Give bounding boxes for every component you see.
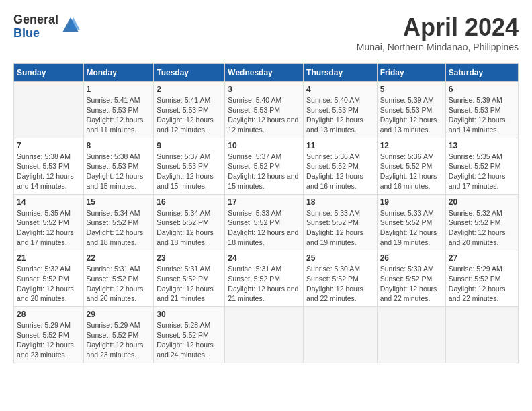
- logo-icon: [61, 16, 80, 35]
- location: Munai, Northern Mindanao, Philippines: [357, 42, 519, 52]
- day-number: 30: [157, 310, 222, 319]
- day-cell: [14, 82, 84, 138]
- day-number: 28: [17, 310, 81, 319]
- day-info: Sunrise: 5:31 AMSunset: 5:52 PMDaylight:…: [157, 264, 222, 304]
- day-cell: 23Sunrise: 5:31 AMSunset: 5:52 PMDayligh…: [154, 250, 225, 307]
- day-cell: 29Sunrise: 5:29 AMSunset: 5:52 PMDayligh…: [83, 307, 154, 363]
- day-cell: 12Sunrise: 5:36 AMSunset: 5:52 PMDayligh…: [377, 138, 445, 194]
- header-tuesday: Tuesday: [154, 64, 225, 82]
- header-row: SundayMondayTuesdayWednesdayThursdayFrid…: [14, 64, 519, 82]
- day-number: 29: [87, 310, 151, 319]
- day-info: Sunrise: 5:29 AMSunset: 5:52 PMDaylight:…: [449, 264, 515, 304]
- day-cell: 28Sunrise: 5:29 AMSunset: 5:52 PMDayligh…: [14, 307, 84, 363]
- day-cell: 21Sunrise: 5:32 AMSunset: 5:52 PMDayligh…: [14, 250, 84, 307]
- logo-general: General: [13, 13, 58, 27]
- day-info: Sunrise: 5:37 AMSunset: 5:52 PMDaylight:…: [228, 152, 300, 191]
- week-row-0: 1Sunrise: 5:41 AMSunset: 5:53 PMDaylight…: [14, 82, 519, 138]
- day-cell: 15Sunrise: 5:34 AMSunset: 5:52 PMDayligh…: [83, 194, 154, 250]
- day-cell: 30Sunrise: 5:28 AMSunset: 5:52 PMDayligh…: [154, 307, 225, 363]
- day-number: 13: [449, 141, 515, 150]
- day-info: Sunrise: 5:34 AMSunset: 5:52 PMDaylight:…: [157, 208, 222, 248]
- header-thursday: Thursday: [304, 64, 378, 82]
- day-info: Sunrise: 5:36 AMSunset: 5:52 PMDaylight:…: [380, 152, 443, 191]
- week-row-3: 21Sunrise: 5:32 AMSunset: 5:52 PMDayligh…: [14, 250, 519, 307]
- day-cell: 27Sunrise: 5:29 AMSunset: 5:52 PMDayligh…: [445, 250, 518, 307]
- day-info: Sunrise: 5:34 AMSunset: 5:52 PMDaylight:…: [87, 208, 151, 248]
- day-cell: 25Sunrise: 5:30 AMSunset: 5:52 PMDayligh…: [304, 250, 378, 307]
- day-cell: 19Sunrise: 5:33 AMSunset: 5:52 PMDayligh…: [377, 194, 445, 250]
- day-cell: [377, 307, 445, 363]
- day-info: Sunrise: 5:36 AMSunset: 5:52 PMDaylight:…: [306, 152, 374, 191]
- day-cell: 17Sunrise: 5:33 AMSunset: 5:52 PMDayligh…: [225, 194, 304, 250]
- day-info: Sunrise: 5:32 AMSunset: 5:52 PMDaylight:…: [17, 264, 81, 304]
- day-info: Sunrise: 5:30 AMSunset: 5:52 PMDaylight:…: [306, 264, 374, 304]
- day-number: 17: [228, 197, 300, 207]
- day-number: 22: [87, 253, 151, 263]
- day-cell: 22Sunrise: 5:31 AMSunset: 5:52 PMDayligh…: [83, 250, 154, 307]
- week-row-2: 14Sunrise: 5:35 AMSunset: 5:52 PMDayligh…: [14, 194, 519, 250]
- day-cell: 14Sunrise: 5:35 AMSunset: 5:52 PMDayligh…: [14, 194, 84, 250]
- day-cell: 16Sunrise: 5:34 AMSunset: 5:52 PMDayligh…: [154, 194, 225, 250]
- day-info: Sunrise: 5:39 AMSunset: 5:53 PMDaylight:…: [380, 95, 443, 135]
- day-cell: 1Sunrise: 5:41 AMSunset: 5:53 PMDaylight…: [83, 82, 154, 138]
- day-cell: 24Sunrise: 5:31 AMSunset: 5:52 PMDayligh…: [225, 250, 304, 307]
- logo-blue: Blue: [13, 27, 58, 40]
- day-cell: 2Sunrise: 5:41 AMSunset: 5:53 PMDaylight…: [154, 82, 225, 138]
- day-number: 11: [306, 141, 374, 150]
- day-number: 7: [17, 141, 81, 150]
- day-cell: 8Sunrise: 5:38 AMSunset: 5:53 PMDaylight…: [83, 138, 154, 194]
- day-cell: 13Sunrise: 5:35 AMSunset: 5:52 PMDayligh…: [445, 138, 518, 194]
- page-header: General Blue April 2024 Munai, Northern …: [13, 13, 519, 52]
- day-info: Sunrise: 5:41 AMSunset: 5:53 PMDaylight:…: [157, 95, 222, 135]
- day-number: 20: [449, 197, 515, 207]
- day-cell: [225, 307, 304, 363]
- day-info: Sunrise: 5:28 AMSunset: 5:52 PMDaylight:…: [157, 320, 222, 360]
- day-cell: 9Sunrise: 5:37 AMSunset: 5:53 PMDaylight…: [154, 138, 225, 194]
- day-cell: 7Sunrise: 5:38 AMSunset: 5:53 PMDaylight…: [14, 138, 84, 194]
- day-number: 25: [306, 253, 374, 263]
- day-info: Sunrise: 5:30 AMSunset: 5:52 PMDaylight:…: [380, 264, 443, 304]
- day-number: 4: [306, 85, 374, 94]
- day-cell: 26Sunrise: 5:30 AMSunset: 5:52 PMDayligh…: [377, 250, 445, 307]
- day-number: 9: [157, 141, 222, 150]
- day-cell: 6Sunrise: 5:39 AMSunset: 5:53 PMDaylight…: [445, 82, 518, 138]
- day-info: Sunrise: 5:32 AMSunset: 5:52 PMDaylight:…: [449, 208, 515, 248]
- day-cell: 11Sunrise: 5:36 AMSunset: 5:52 PMDayligh…: [304, 138, 378, 194]
- day-info: Sunrise: 5:40 AMSunset: 5:53 PMDaylight:…: [306, 95, 374, 135]
- day-info: Sunrise: 5:40 AMSunset: 5:53 PMDaylight:…: [228, 95, 300, 135]
- day-number: 23: [157, 253, 222, 263]
- month-title: April 2024: [357, 13, 519, 42]
- day-cell: [304, 307, 378, 363]
- day-info: Sunrise: 5:31 AMSunset: 5:52 PMDaylight:…: [228, 264, 300, 304]
- day-number: 24: [228, 253, 300, 263]
- day-cell: 18Sunrise: 5:33 AMSunset: 5:52 PMDayligh…: [304, 194, 378, 250]
- day-cell: 3Sunrise: 5:40 AMSunset: 5:53 PMDaylight…: [225, 82, 304, 138]
- day-number: 1: [87, 85, 151, 94]
- header-friday: Friday: [377, 64, 445, 82]
- day-info: Sunrise: 5:38 AMSunset: 5:53 PMDaylight:…: [87, 152, 151, 191]
- day-info: Sunrise: 5:29 AMSunset: 5:52 PMDaylight:…: [87, 320, 151, 360]
- day-info: Sunrise: 5:33 AMSunset: 5:52 PMDaylight:…: [306, 208, 374, 248]
- header-wednesday: Wednesday: [225, 64, 304, 82]
- day-number: 2: [157, 85, 222, 94]
- day-number: 21: [17, 253, 81, 263]
- day-cell: 5Sunrise: 5:39 AMSunset: 5:53 PMDaylight…: [377, 82, 445, 138]
- day-number: 12: [380, 141, 443, 150]
- header-saturday: Saturday: [445, 64, 518, 82]
- header-sunday: Sunday: [14, 64, 84, 82]
- day-number: 15: [87, 197, 151, 207]
- day-info: Sunrise: 5:35 AMSunset: 5:52 PMDaylight:…: [449, 152, 515, 191]
- day-cell: 20Sunrise: 5:32 AMSunset: 5:52 PMDayligh…: [445, 194, 518, 250]
- day-number: 10: [228, 141, 300, 150]
- day-info: Sunrise: 5:29 AMSunset: 5:52 PMDaylight:…: [17, 320, 81, 360]
- day-number: 3: [228, 85, 300, 94]
- day-number: 5: [380, 85, 443, 94]
- day-cell: 4Sunrise: 5:40 AMSunset: 5:53 PMDaylight…: [304, 82, 378, 138]
- day-number: 14: [17, 197, 81, 207]
- day-number: 16: [157, 197, 222, 207]
- day-cell: 10Sunrise: 5:37 AMSunset: 5:52 PMDayligh…: [225, 138, 304, 194]
- day-cell: [445, 307, 518, 363]
- day-info: Sunrise: 5:37 AMSunset: 5:53 PMDaylight:…: [157, 152, 222, 191]
- week-row-1: 7Sunrise: 5:38 AMSunset: 5:53 PMDaylight…: [14, 138, 519, 194]
- day-number: 27: [449, 253, 515, 263]
